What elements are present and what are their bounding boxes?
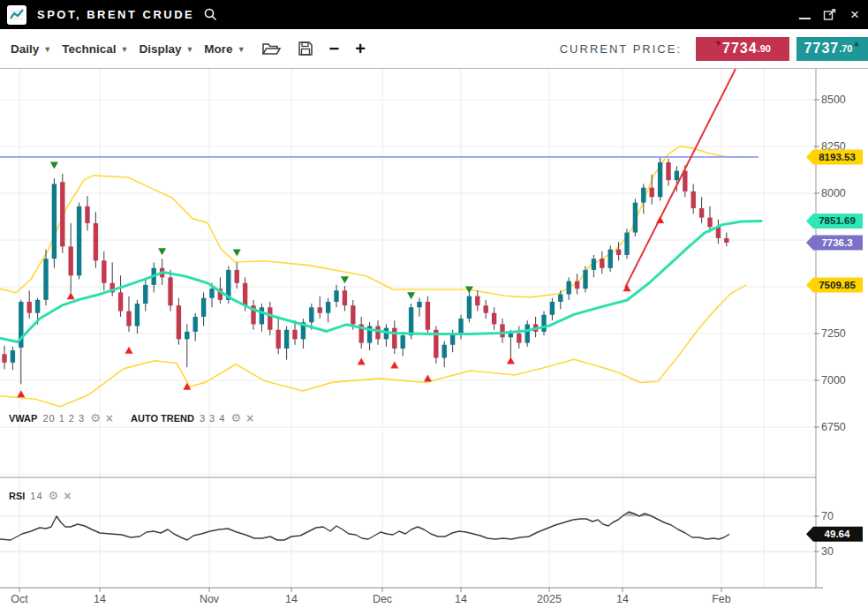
candlestick <box>177 305 181 339</box>
candlestick <box>309 307 313 322</box>
svg-text:49.64: 49.64 <box>825 529 850 539</box>
candlestick <box>235 270 239 283</box>
sell-signal-marker <box>233 249 241 256</box>
candlestick <box>351 305 355 324</box>
candlestick <box>85 206 89 223</box>
candlestick <box>292 330 297 340</box>
toolbar: Daily▼ Technical▼ Display▼ More▼ − + <box>0 29 868 68</box>
vwap-settings-gear-icon[interactable]: ⚙ <box>90 413 101 424</box>
app-logo-icon <box>7 5 26 25</box>
candlestick <box>60 182 64 246</box>
autotrend-settings-gear-icon[interactable]: ⚙ <box>230 413 241 424</box>
candlestick <box>592 259 596 270</box>
technical-dropdown[interactable]: Technical▼ <box>62 42 128 56</box>
candlestick <box>650 188 654 198</box>
open-folder-icon[interactable] <box>261 41 282 56</box>
candlestick <box>52 184 57 259</box>
candlestick <box>243 283 247 305</box>
candlestick <box>675 171 679 181</box>
rsi-axis-label: 30 <box>821 545 834 558</box>
candlesticks <box>2 157 728 385</box>
vwap-remove-icon[interactable]: × <box>106 413 113 424</box>
candlestick <box>201 298 206 317</box>
rsi-axis-label: 70 <box>821 510 834 522</box>
buy-signal-marker <box>656 216 664 223</box>
candlestick <box>492 313 496 325</box>
rsi-legend: RSI 14 ⚙ × <box>9 491 71 501</box>
candlestick <box>375 327 380 340</box>
candlestick <box>442 345 447 358</box>
rsi-settings-gear-icon[interactable]: ⚙ <box>49 491 59 501</box>
candlestick <box>2 354 6 363</box>
candlestick <box>633 203 638 233</box>
zoom-out-button[interactable]: − <box>329 40 340 57</box>
signal-markers <box>17 162 664 398</box>
candlestick <box>284 330 289 349</box>
sell-signal-marker <box>158 248 166 255</box>
candlestick <box>260 307 264 324</box>
autotrend-remove-icon[interactable]: × <box>246 413 253 424</box>
rsi-legend-name: RSI <box>9 491 25 501</box>
candlestick <box>409 307 413 335</box>
candlestick <box>392 328 396 349</box>
minimize-button[interactable] <box>799 11 811 19</box>
candlestick <box>185 332 189 339</box>
candlestick <box>334 290 338 302</box>
timeframe-dropdown[interactable]: Daily▼ <box>11 42 51 56</box>
candlestick <box>77 206 81 275</box>
bid-price-badge: ▼ 7734 .90 <box>696 37 789 61</box>
zoom-in-button[interactable]: + <box>355 40 366 57</box>
candlestick <box>567 281 571 295</box>
vwap-line <box>0 221 761 342</box>
price-badge: 7851.69 <box>806 214 863 229</box>
candlestick <box>458 319 463 334</box>
price-chart-svg[interactable]: 8500825080007250700067507030Oct14Nov14De… <box>0 69 868 608</box>
candlestick <box>102 260 106 282</box>
candlestick <box>484 305 488 312</box>
sell-signal-marker <box>50 162 58 169</box>
price-badge: 7736.3 <box>806 235 863 250</box>
date-axis-label: Nov <box>200 593 220 605</box>
candlestick <box>666 162 670 180</box>
date-axis-label: Oct <box>11 593 28 605</box>
price-badge: 7509.85 <box>806 277 863 292</box>
candlestick <box>43 259 48 300</box>
save-icon[interactable] <box>298 41 313 56</box>
popout-button[interactable] <box>823 8 838 21</box>
bid-price-int: 7734 <box>722 41 758 56</box>
more-dropdown[interactable]: More▼ <box>204 42 245 56</box>
candlestick <box>550 302 555 315</box>
candlestick <box>608 250 613 268</box>
candlestick <box>268 307 272 329</box>
candlestick <box>500 324 504 337</box>
price-axis-label: 6750 <box>821 421 846 433</box>
candlestick <box>343 290 347 305</box>
current-price-label: CURRENT PRICE: <box>560 42 682 56</box>
down-tick-icon: ▼ <box>714 40 722 48</box>
buy-signal-marker <box>17 390 25 397</box>
candlestick <box>11 350 15 363</box>
candlestick <box>126 312 131 327</box>
date-axis-label: 14 <box>455 593 467 605</box>
candlestick <box>525 324 530 342</box>
buy-signal-marker <box>424 374 432 381</box>
candlestick <box>27 302 32 313</box>
price-axis-label: 8500 <box>821 94 846 106</box>
date-axis-label: 2025 <box>537 593 562 605</box>
chart-area[interactable]: 8500825080007250700067507030Oct14Nov14De… <box>0 68 868 608</box>
close-button[interactable]: × <box>850 7 859 22</box>
candlestick <box>417 302 421 307</box>
display-dropdown[interactable]: Display▼ <box>139 42 193 56</box>
candlestick <box>193 317 198 332</box>
window-title: SPOT, BRENT CRUDE <box>37 8 194 21</box>
candlestick <box>541 315 546 332</box>
candlestick <box>426 302 430 330</box>
candlestick <box>600 259 604 268</box>
candlestick <box>517 334 521 343</box>
search-icon[interactable] <box>203 7 218 22</box>
axes[interactable]: 8500825080007250700067507030Oct14Nov14De… <box>0 69 846 605</box>
candlestick <box>641 188 645 203</box>
rsi-remove-icon[interactable]: × <box>64 491 71 501</box>
candlestick <box>475 296 479 306</box>
vwap-legend: VWAP 20 1 2 3 ⚙ × AUTO TREND 3 3 4 ⚙ × <box>9 413 253 424</box>
